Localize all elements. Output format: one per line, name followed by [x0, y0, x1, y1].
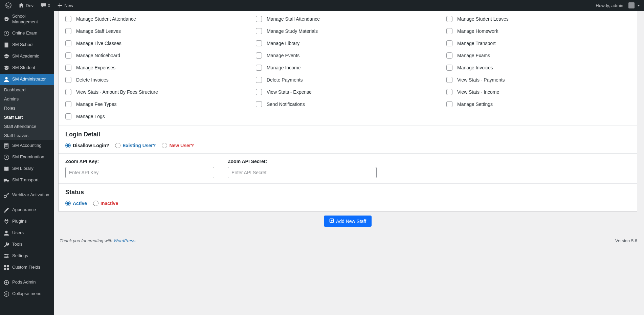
zoom-api-key-input[interactable] — [65, 167, 214, 178]
sidebar-item-users[interactable]: Users — [0, 227, 54, 239]
submenu-item-roles[interactable]: Roles — [0, 104, 54, 113]
permission-item: View Stats - Payments — [446, 77, 630, 83]
plus-square-icon — [329, 218, 334, 224]
submenu-item-staff-attendance[interactable]: Staff Attendance — [0, 122, 54, 131]
permission-checkbox-view-stats-payments[interactable] — [446, 77, 452, 83]
permission-checkbox-manage-events[interactable] — [256, 52, 262, 59]
sidebar-item-school-management[interactable]: School Management — [0, 11, 54, 28]
submenu-item-admins[interactable]: Admins — [0, 94, 54, 104]
permission-label: View Stats - Income — [457, 89, 499, 95]
radio-existing-user-input[interactable] — [115, 143, 120, 148]
permission-item: Manage Staff Leaves — [65, 28, 249, 34]
site-name-link[interactable]: Dev — [16, 2, 36, 8]
wordpress-logo-link[interactable] — [3, 2, 14, 8]
permission-checkbox-delete-invoices[interactable] — [65, 77, 71, 83]
permission-checkbox-view-stats-income[interactable] — [446, 89, 452, 95]
sidebar-item-sm-student[interactable]: SM Student — [0, 62, 54, 74]
sidebar-item-label: Appearance — [12, 207, 36, 213]
permission-checkbox-manage-exams[interactable] — [446, 52, 452, 59]
permission-checkbox-delete-payments[interactable] — [256, 77, 262, 83]
svg-point-7 — [7, 145, 8, 146]
radio-disallow-login[interactable]: Disallow Login? — [65, 143, 109, 148]
zoom-api-secret-input[interactable] — [228, 167, 377, 178]
permission-item: Manage Study Materials — [256, 28, 440, 34]
permission-checkbox-manage-staff-attendance[interactable] — [256, 16, 262, 22]
permission-checkbox-manage-study-materials[interactable] — [256, 28, 262, 34]
permission-checkbox-manage-income[interactable] — [256, 65, 262, 71]
new-content-link[interactable]: New — [55, 2, 75, 8]
plus-icon — [57, 2, 63, 8]
permission-checkbox-manage-invoices[interactable] — [446, 65, 452, 71]
sidebar-item-online-exam[interactable]: Online Exam — [0, 28, 54, 39]
sidebar-item-label: SM Library — [12, 166, 34, 172]
sidebar-item-weblizar-activation[interactable]: Weblizar Activation — [0, 189, 54, 201]
building-icon — [3, 42, 9, 48]
svg-rect-4 — [5, 144, 7, 145]
comments-count: 0 — [48, 3, 50, 8]
submenu-item-staff-leaves[interactable]: Staff Leaves — [0, 131, 54, 140]
radio-new-user-input[interactable] — [162, 143, 167, 148]
account-link[interactable]: Howdy, admin — [594, 2, 642, 8]
sidebar-item-sm-examination[interactable]: SM Examination — [0, 152, 54, 163]
radio-existing-user[interactable]: Existing User? — [115, 143, 156, 148]
submenu-item-dashboard[interactable]: Dashboard — [0, 85, 54, 94]
sidebar-item-label: SM School — [12, 42, 34, 48]
permission-checkbox-manage-library[interactable] — [256, 40, 262, 46]
wordpress-link[interactable]: WordPress — [114, 238, 135, 243]
sidebar-submenu: DashboardAdminsRolesStaff ListStaff Atte… — [0, 85, 54, 140]
radio-status-active-input[interactable] — [65, 201, 71, 206]
login-detail-section: Login Detail Disallow Login? Existing Us… — [59, 126, 637, 154]
home-icon — [18, 2, 24, 8]
permission-label: Manage Settings — [457, 102, 493, 107]
permission-checkbox-view-stats-amount-by-fees-structure[interactable] — [65, 89, 71, 95]
permission-checkbox-manage-homework[interactable] — [446, 28, 452, 34]
zoom-api-key-label: Zoom API Key: — [65, 159, 214, 164]
permission-checkbox-manage-settings[interactable] — [446, 101, 452, 107]
permission-checkbox-manage-staff-leaves[interactable] — [65, 28, 71, 34]
permission-checkbox-manage-expenses[interactable] — [65, 65, 71, 71]
avatar — [628, 2, 635, 8]
sidebar-item-sm-transport[interactable]: SM Transport — [0, 175, 54, 186]
radio-status-inactive[interactable]: Inactive — [93, 201, 118, 206]
radio-status-active-label: Active — [73, 201, 87, 206]
clock-icon — [3, 154, 9, 160]
radio-disallow-login-input[interactable] — [65, 143, 71, 148]
permission-label: Manage Student Attendance — [76, 16, 136, 22]
permission-checkbox-manage-transport[interactable] — [446, 40, 452, 46]
permission-item: Manage Noticeboard — [65, 52, 249, 59]
sidebar-item-plugins[interactable]: Plugins — [0, 216, 54, 227]
permission-checkbox-manage-student-leaves[interactable] — [446, 16, 452, 22]
radio-status-active[interactable]: Active — [65, 201, 87, 206]
permission-checkbox-view-stats-expense[interactable] — [256, 89, 262, 95]
permission-checkbox-manage-student-attendance[interactable] — [65, 16, 71, 22]
add-new-staff-button[interactable]: Add New Staff — [324, 216, 372, 227]
sidebar-item-sm-academic[interactable]: SM Academic — [0, 51, 54, 62]
permission-checkbox-manage-logs[interactable] — [65, 113, 71, 119]
graduation-icon — [3, 53, 9, 60]
submit-row: Add New Staff — [58, 211, 637, 231]
radio-existing-user-label: Existing User? — [123, 143, 156, 148]
sidebar-item-label: Online Exam — [12, 30, 37, 36]
permission-label: View Stats - Amount By Fees Structure — [76, 89, 158, 95]
permission-item: Manage Exams — [446, 52, 630, 59]
permission-label: Delete Invoices — [76, 77, 109, 83]
permission-checkbox-manage-live-classes[interactable] — [65, 40, 71, 46]
permission-item: Manage Student Leaves — [446, 16, 630, 22]
radio-status-inactive-input[interactable] — [93, 201, 98, 206]
sidebar-item-sm-library[interactable]: SM Library — [0, 163, 54, 175]
sidebar-item-sm-administrator[interactable]: SM Administrator — [0, 74, 54, 85]
permission-item: View Stats - Income — [446, 89, 630, 95]
svg-point-14 — [4, 195, 6, 198]
sidebar-item-sm-accounting[interactable]: SM Accounting — [0, 140, 54, 152]
sidebar-item-appearance[interactable]: Appearance — [0, 204, 54, 216]
submenu-item-staff-list[interactable]: Staff List — [0, 113, 54, 122]
svg-point-2 — [5, 77, 7, 80]
permission-checkbox-manage-fee-types[interactable] — [65, 101, 71, 107]
admin-top-bar: Dev 0 New Howdy, admin — [0, 0, 644, 11]
comments-link[interactable]: 0 — [38, 2, 52, 8]
permission-checkbox-manage-noticeboard[interactable] — [65, 52, 71, 59]
permission-checkbox-send-notifications[interactable] — [256, 101, 262, 107]
sidebar-item-sm-school[interactable]: SM School — [0, 39, 54, 51]
radio-new-user[interactable]: New User? — [162, 143, 194, 148]
sidebar-item-tools[interactable]: Tools — [0, 239, 54, 250]
